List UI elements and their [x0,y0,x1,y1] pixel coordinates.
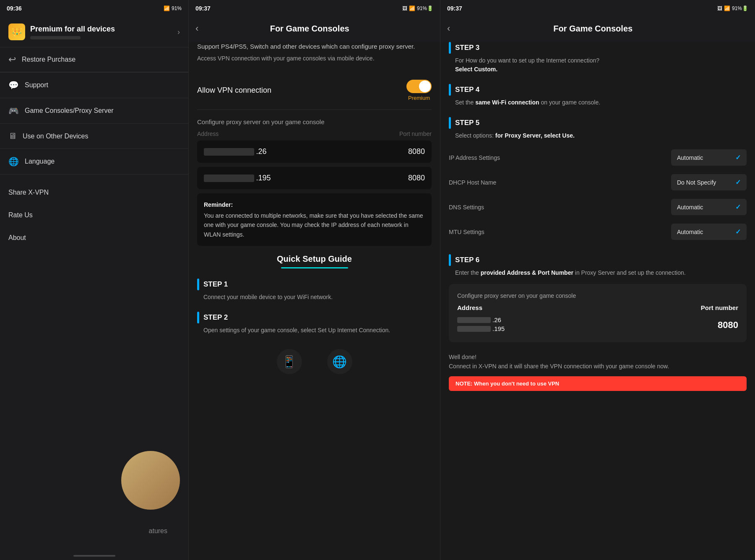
premium-banner[interactable]: 👑 Premium for all devices › [0,17,188,47]
panel2-header: ‹ For Game Consoles [189,17,440,42]
step-4-desc-end: on your game console. [539,99,601,106]
status-bar-2: 09:37 🖼 📶 91%🔋 [189,0,440,17]
back-button-3[interactable]: ‹ [447,21,454,36]
step-2-bar [197,312,199,323]
well-done-line2: Connect in X-VPN and it will share the V… [449,362,747,371]
settings-label-1: DHCP Host Name [449,179,496,186]
step-4-desc-bold: same Wi-Fi connection [475,99,539,106]
step-1-bar [197,279,199,290]
about-label: About [8,234,26,242]
settings-table: IP Address Settings Automatic ✓ DHCP Hos… [449,145,747,244]
redacted-card-1 [457,317,491,323]
step-3-desc: For How do you want to set up the Intern… [449,56,747,74]
status-bar-3: 09:37 🖼 📶 91%🔋 [440,0,755,17]
sidebar-item-rate[interactable]: Rate Us [0,204,188,227]
support-icon: 💬 [8,80,19,90]
proxy-card-port: 8080 [680,320,738,331]
panel2-content: Support PS4/PS5, Switch and other device… [189,42,440,560]
access-text: Access VPN connection with your game con… [197,54,432,63]
step-6-bar [449,254,451,266]
time-3: 09:37 [447,5,462,12]
redacted-addr-1 [204,148,254,156]
wifi-icon: 📶 [164,5,170,11]
settings-value-box-0[interactable]: Automatic ✓ [671,149,747,166]
step-4-desc-normal: Set the [455,99,475,106]
proxy-card-title: Configure proxy server on your game cons… [457,292,738,299]
vpn-toggle-row: Allow VPN connection Premium [197,71,432,110]
chevron-right-icon: › [177,28,180,36]
photo-icon-3: 🖼 [717,5,722,11]
proxy-card-addr-1: .26 [457,316,680,323]
status-icons-1: 📶 91% [164,5,182,11]
proxy-addr-1: .26 [204,147,375,156]
check-icon-1: ✓ [735,178,741,186]
step-6-desc: Enter the provided Address & Port Number… [449,268,747,277]
step-3: STEP 3 For How do you want to set up the… [449,42,747,74]
step-2: STEP 2 Open settings of your game consol… [197,312,432,335]
settings-value-box-1[interactable]: Do Not Specify ✓ [671,174,747,190]
settings-value-3: Automatic [677,229,703,235]
time-2: 09:37 [195,5,211,12]
proxy-addr-suffix-2: .195 [256,174,271,182]
settings-label-3: MTU Settings [449,229,484,235]
proxy-addr-2: .195 [204,174,375,182]
wifi-icon-3: 📶 [724,5,730,11]
other-devices-label: Use on Other Devices [23,133,89,140]
proxy-port-1: 8080 [375,147,425,156]
language-icon: 🌐 [8,156,19,167]
wifi-icon-2: 📶 [409,5,415,11]
note-bar: NOTE: When you don't need to use VPN [449,376,747,391]
proxy-row-1: .26 8080 [197,141,432,163]
globe-icon: 🌐 [327,349,352,374]
sidebar-item-share[interactable]: Share X-VPN [0,181,188,204]
proxy-port-2: 8080 [375,174,425,182]
redacted-card-2 [457,326,491,332]
settings-value-box-3[interactable]: Automatic ✓ [671,224,747,240]
panel3-title: For Game Consoles [454,24,732,34]
step-2-desc: Open settings of your game console, sele… [197,326,432,335]
restore-purchase-button[interactable]: ↩ Restore Purchase [0,47,188,72]
settings-value-2: Automatic [677,204,703,211]
step-5: STEP 5 Select options: for Proxy Server,… [449,117,747,244]
vpn-toggle[interactable] [406,80,432,93]
status-bar-1: 09:36 📶 91% [0,0,188,17]
step-6-desc-bold: provided Address & Port Number [481,269,573,276]
game-console-icon: 🎮 [8,106,19,116]
step-3-title: STEP 3 [455,44,479,52]
panel3-content: STEP 3 For How do you want to set up the… [440,42,755,560]
step-3-bar [449,42,451,54]
toggle-premium-label: Premium [408,95,430,101]
step-1: STEP 1 Connect your mobile device to you… [197,279,432,302]
game-consoles-label: Game Consoles/Proxy Server [25,107,114,115]
settings-value-box-2[interactable]: Automatic ✓ [671,199,747,215]
crown-icon: 👑 [8,23,25,40]
quick-guide-title: Quick Setup Guide [197,254,432,264]
step-2-title: STEP 2 [203,313,228,322]
step-5-desc-normal: Select options: [455,132,495,139]
settings-value-1: Do Not Specify [677,179,716,186]
sidebar-item-other-devices[interactable]: 🖥 Use on Other Devices [0,124,188,149]
game-consoles-panel: 09:37 🖼 📶 91%🔋 ‹ For Game Consoles Suppo… [189,0,440,560]
premium-title: Premium for all devices [30,25,172,34]
step-5-desc-bold: for Proxy Server, select Use. [495,132,575,139]
proxy-card-addr-header: Address [457,304,680,311]
reminder-text: You are connected to multiple networks, … [204,212,423,238]
address-header: Address [197,130,381,137]
port-header: Port number [381,130,432,137]
back-button-2[interactable]: ‹ [195,21,203,36]
step-6-desc-end: in Proxy Server and set up the connectio… [573,269,686,276]
proxy-addr-suffix-1: .26 [256,147,266,156]
sidebar-item-about[interactable]: About [0,227,188,249]
features-label: atures [149,527,167,535]
settings-label-0: IP Address Settings [449,154,500,161]
sidebar-item-language[interactable]: 🌐 Language [0,149,188,175]
well-done: Well done! Connect in X-VPN and it will … [449,352,747,371]
language-label: Language [25,158,55,165]
menu-gap [0,175,188,181]
avatar [121,451,180,510]
sidebar-item-game-consoles[interactable]: 🎮 Game Consoles/Proxy Server [0,98,188,124]
sidebar-item-support[interactable]: 💬 Support [0,73,188,98]
toggle-label: Allow VPN connection [197,86,271,95]
proxy-card-headers: Address Port number [457,304,738,311]
step-4-header: STEP 4 [449,84,747,96]
